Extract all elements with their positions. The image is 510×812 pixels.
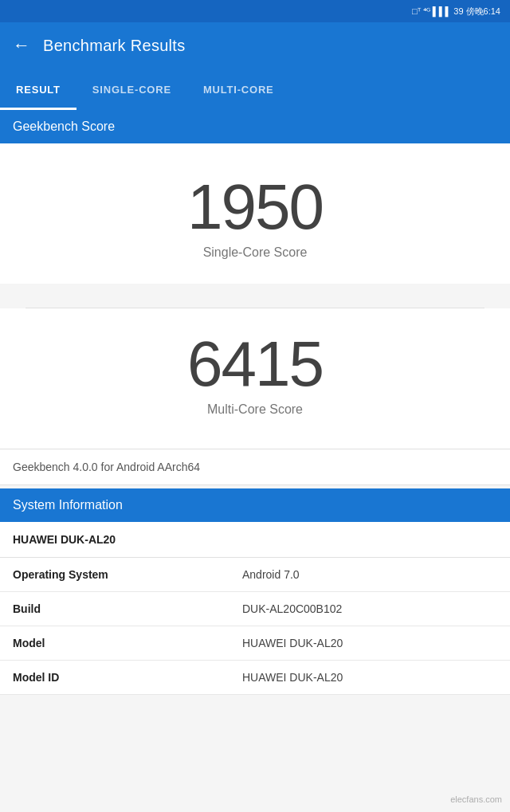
status-bar: □ᵀ ⁴ᴳ ▌▌▌ 39 傍晚6:14: [0, 0, 510, 22]
os-label: Operating System: [0, 558, 230, 592]
watermark: elecfans.com: [450, 794, 502, 804]
model-id-label: Model ID: [0, 661, 230, 695]
geekbench-score-header: Geekbench Score: [0, 110, 510, 143]
system-info-header: System Information: [0, 488, 510, 522]
device-name-row: HUAWEI DUK-AL20: [0, 522, 510, 558]
multi-core-score-value: 6415: [16, 332, 494, 396]
table-row: Operating System Android 7.0: [0, 558, 510, 592]
os-value: Android 7.0: [230, 558, 510, 592]
build-value: DUK-AL20C00B102: [230, 592, 510, 626]
build-label: Build: [0, 592, 230, 626]
status-text: □ᵀ ⁴ᴳ ▌▌▌ 39 傍晚6:14: [412, 6, 500, 18]
table-row: Model ID HUAWEI DUK-AL20: [0, 661, 510, 695]
model-label: Model: [0, 626, 230, 661]
tab-multi-core[interactable]: MULTI-CORE: [187, 69, 290, 110]
system-info-table: HUAWEI DUK-AL20 Operating System Android…: [0, 522, 510, 695]
multi-core-score-area: 6415 Multi-Core Score: [0, 308, 510, 449]
multi-core-score-label: Multi-Core Score: [16, 402, 494, 417]
tab-single-core[interactable]: SINGLE-CORE: [76, 69, 187, 110]
app-bar: ← Benchmark Results: [0, 22, 510, 69]
single-core-score-value: 1950: [16, 175, 494, 239]
table-row: Build DUK-AL20C00B102: [0, 592, 510, 626]
score-area: 1950 Single-Core Score: [0, 143, 510, 284]
table-row: Model HUAWEI DUK-AL20: [0, 626, 510, 661]
model-value: HUAWEI DUK-AL20: [230, 626, 510, 661]
single-core-score-label: Single-Core Score: [16, 245, 494, 260]
version-info: Geekbench 4.0.0 for Android AArch64: [0, 449, 510, 485]
status-icons: □ᵀ ⁴ᴳ ▌▌▌ 39 傍晚6:14: [412, 6, 500, 18]
tab-result[interactable]: RESULT: [0, 69, 76, 110]
app-bar-title: Benchmark Results: [43, 37, 186, 55]
model-id-value: HUAWEI DUK-AL20: [230, 661, 510, 695]
device-name: HUAWEI DUK-AL20: [0, 522, 510, 558]
tab-bar: RESULT SINGLE-CORE MULTI-CORE: [0, 69, 510, 110]
back-button[interactable]: ←: [13, 35, 30, 56]
